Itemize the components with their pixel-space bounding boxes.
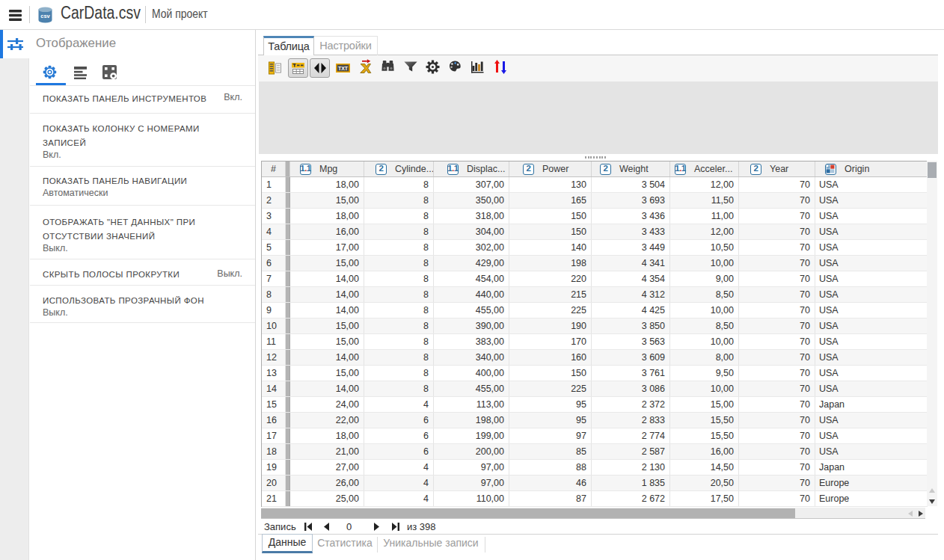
svg-text:TXT: TXT [338,66,349,71]
svg-text:csv: csv [40,13,50,19]
